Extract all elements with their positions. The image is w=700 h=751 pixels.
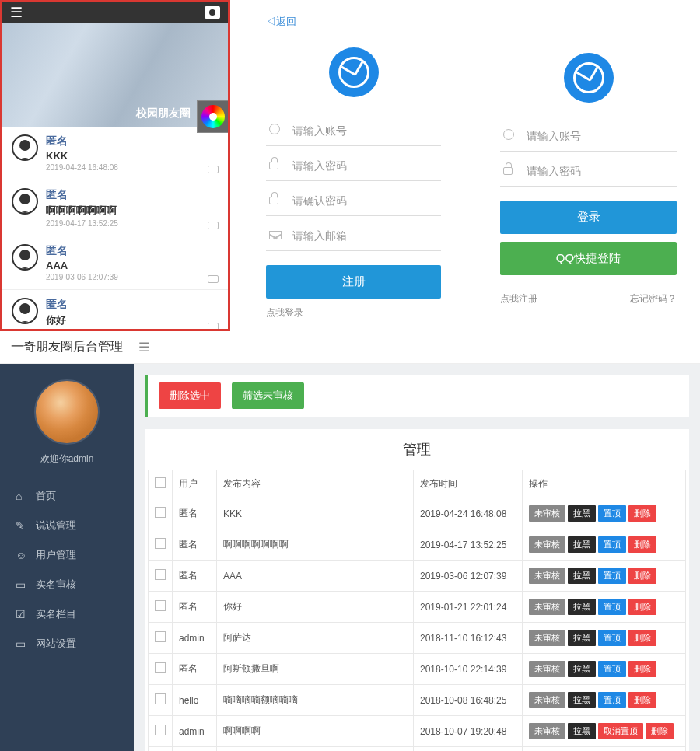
sidebar-item[interactable]: ▭网站设置 [0,629,134,658]
cover-image: 校园朋友圈 [2,23,228,127]
posts-table: 用户 发布内容 发布时间 操作 匿名 KKK 2019-04-24 16:48:… [148,470,686,751]
sidebar-label: 说说管理 [36,519,76,533]
delete-button[interactable]: 删除 [628,536,656,553]
feed-item[interactable]: 匿名 AAA 2019-03-06 12:07:39 [2,236,228,290]
review-button[interactable]: 未审核 [529,536,565,553]
register-confirm-input[interactable] [292,194,438,207]
review-button[interactable]: 未审核 [529,630,565,646]
review-button[interactable]: 未审核 [529,723,565,739]
delete-button[interactable]: 删除 [628,630,656,646]
register-account-input[interactable] [292,124,438,137]
delete-button[interactable]: 删除 [628,568,656,584]
pin-button[interactable]: 取消置顶 [598,723,643,739]
sidebar-item[interactable]: ▭实名审核 [0,570,134,599]
pin-button[interactable]: 置顶 [598,692,626,708]
blacklist-button[interactable]: 拉黑 [568,536,596,553]
admin-avatar[interactable] [34,379,100,445]
feed-item[interactable]: 匿名 KKK 2019-04-24 16:48:08 [2,127,228,180]
table-row: hello 嘀嘀嘀嘀额嘀嘀嘀 2018-10-08 16:48:25 未审核 拉… [149,685,686,716]
user-icon [269,124,285,138]
row-checkbox[interactable] [155,507,166,518]
menu-icon[interactable]: ☰ [138,340,149,355]
pin-button[interactable]: 置顶 [598,661,626,677]
delete-button[interactable]: 删除 [628,692,656,708]
pin-button[interactable]: 置顶 [598,630,626,646]
blacklist-button[interactable]: 拉黑 [568,661,596,677]
action-bar: 删除选中 筛选未审核 [145,375,689,417]
app-logo-icon [329,47,379,97]
delete-button[interactable]: 删除 [628,599,656,615]
register-email-input[interactable] [292,229,438,242]
forgot-password-link[interactable]: 忘记密码？ [630,292,677,306]
review-button[interactable]: 未审核 [529,599,565,615]
delete-selected-button[interactable]: 删除选中 [159,382,221,409]
feed-item[interactable]: 匿名 啊啊啊啊啊啊啊 2019-04-17 13:52:25 [2,180,228,236]
delete-button[interactable]: 删除 [628,661,656,677]
review-button[interactable]: 未审核 [529,568,565,584]
mobile-feed-preview: ☰ 校园朋友圈 匿名 KKK 2019-04-24 16:48:08 匿名 啊啊… [0,0,230,331]
feed-action-icon[interactable] [208,222,219,229]
delete-button[interactable]: 删除 [628,505,656,522]
sidebar-item[interactable]: ☺用户管理 [0,540,134,570]
admin-title: 一奇朋友圈后台管理 [11,339,123,355]
cell-content: 啊啊啊 [217,747,414,752]
blacklist-button[interactable]: 拉黑 [568,599,596,615]
row-checkbox[interactable] [155,538,166,549]
register-submit-button[interactable]: 注册 [266,265,441,299]
pin-button[interactable]: 置顶 [598,536,626,553]
blacklist-button[interactable]: 拉黑 [568,692,596,708]
goto-register-link[interactable]: 点我注册 [500,292,537,306]
row-checkbox[interactable] [155,569,166,580]
pin-button[interactable]: 置顶 [598,599,626,615]
review-button[interactable]: 未审核 [529,661,565,677]
th-time: 发布时间 [414,470,523,498]
row-checkbox[interactable] [155,725,166,735]
feed-avatar[interactable] [12,134,38,161]
feed-avatar[interactable] [12,298,38,324]
row-checkbox[interactable] [155,631,166,642]
row-checkbox[interactable] [155,600,166,611]
select-all-checkbox[interactable] [155,477,166,488]
admin-sidebar: 欢迎你admin ⌂首页✎说说管理☺用户管理▭实名审核☑实名栏目▭网站设置 [0,364,134,751]
sidebar-label: 实名栏目 [36,607,76,621]
cell-time: 2018-10-08 16:48:25 [414,685,523,716]
camera-icon[interactable] [205,6,220,19]
feed-item[interactable]: 匿名 你好 [2,290,228,329]
sidebar-item[interactable]: ☑实名栏目 [0,599,134,629]
delete-button[interactable]: 删除 [646,723,674,739]
feed-action-icon[interactable] [208,275,219,283]
review-button[interactable]: 未审核 [529,505,565,522]
login-password-input[interactable] [527,165,674,177]
sidebar-item[interactable]: ✎说说管理 [0,511,134,540]
goto-login-link[interactable]: 点我登录 [266,306,303,320]
menu-icon[interactable]: ☰ [10,4,23,21]
feed-avatar[interactable] [12,244,38,271]
cell-user: admin [173,716,217,747]
qq-login-button[interactable]: QQ快捷登陆 [500,242,677,275]
register-password-input[interactable] [292,159,438,172]
row-checkbox[interactable] [155,662,166,673]
cell-user: hello [173,685,217,716]
blacklist-button[interactable]: 拉黑 [568,630,596,646]
sidebar-label: 首页 [36,489,56,503]
table-panel: 管理 用户 发布内容 发布时间 操作 匿名 KKK 2019-04-24 16:… [145,429,689,751]
back-link[interactable]: ◁返回 [266,16,296,27]
blacklist-button[interactable]: 拉黑 [568,568,596,584]
cell-content: 阿斯顿撒旦啊 [217,654,414,685]
feed-action-icon[interactable] [208,323,219,329]
blacklist-button[interactable]: 拉黑 [568,723,596,739]
admin-main: 删除选中 筛选未审核 管理 用户 发布内容 发布时间 操作 匿名 KKK 201… [134,364,700,751]
cell-content: AAA [217,561,414,592]
sidebar-icon: ☑ [16,608,30,620]
pin-button[interactable]: 置顶 [598,568,626,584]
feed-action-icon[interactable] [208,166,219,173]
review-button[interactable]: 未审核 [529,692,565,708]
filter-pending-button[interactable]: 筛选未审核 [232,382,304,409]
login-submit-button[interactable]: 登录 [500,201,677,234]
sidebar-item[interactable]: ⌂首页 [0,481,134,511]
feed-avatar[interactable] [12,188,38,215]
row-checkbox[interactable] [155,693,166,704]
login-account-input[interactable] [527,130,674,142]
pin-button[interactable]: 置顶 [598,505,626,522]
blacklist-button[interactable]: 拉黑 [568,505,596,522]
